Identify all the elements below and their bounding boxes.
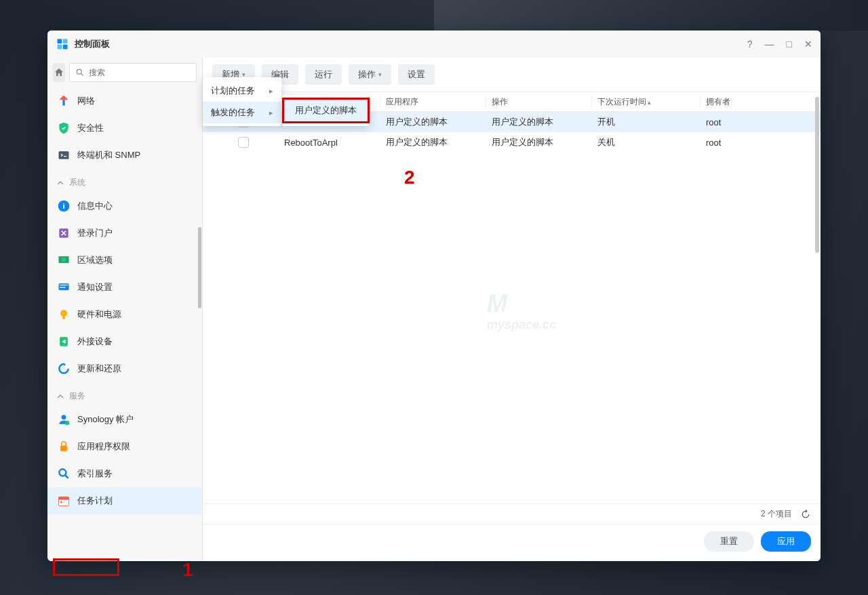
calendar-icon — [57, 494, 71, 508]
sidebar-item-hardware[interactable]: 硬件和电源 — [47, 301, 202, 328]
scrollbar[interactable] — [815, 97, 819, 253]
dropdown-item-scheduled-task[interactable]: 计划的任务 ▸ — [203, 80, 281, 102]
sidebar-item-synology-account[interactable]: Synology 帐户 — [47, 406, 202, 433]
new-dropdown: 计划的任务 ▸ 触发的任务 ▸ — [203, 77, 281, 126]
watermark: Mmyspace.cc — [487, 289, 556, 332]
close-button[interactable]: ✕ — [804, 39, 812, 49]
refresh-icon — [57, 362, 71, 375]
cell-next-run: 关机 — [592, 136, 701, 148]
settings-button[interactable]: 设置 — [398, 64, 435, 85]
column-next-run[interactable]: 下次运行时间▴ — [592, 96, 701, 108]
sidebar-section-services[interactable]: 服务 — [47, 382, 202, 406]
account-icon — [57, 413, 71, 426]
chevron-up-icon — [57, 180, 64, 186]
external-icon — [57, 335, 71, 348]
cell-task-name: RebootToArpl — [279, 138, 380, 148]
status-bar: 2 个项目 — [203, 504, 821, 525]
svg-rect-1 — [63, 39, 68, 44]
home-button[interactable] — [53, 63, 65, 82]
sidebar-item-notification[interactable]: 通知设置 — [47, 274, 202, 301]
search-input[interactable] — [89, 68, 191, 77]
svg-point-14 — [60, 310, 67, 316]
refresh-icon[interactable] — [800, 509, 811, 520]
caret-down-icon: ▾ — [378, 71, 382, 78]
sidebar-item-infocenter[interactable]: i 信息中心 — [47, 192, 202, 220]
sidebar-label: 登录门户 — [77, 227, 113, 239]
table-row[interactable]: RebootToArpl 用户定义的脚本 用户定义的脚本 关机 root — [203, 132, 821, 152]
toolbar: 新增▾ 编辑 运行 操作▾ 设置 计划的任务 ▸ 触发的任务 ▸ 用户定义的 — [203, 58, 821, 91]
svg-rect-0 — [58, 39, 62, 44]
svg-point-20 — [59, 469, 66, 476]
lock-icon — [57, 440, 71, 453]
sidebar-item-app-privileges[interactable]: 应用程序权限 — [47, 433, 202, 460]
svg-rect-23 — [59, 497, 69, 499]
sidebar-label: Synology 帐户 — [77, 413, 134, 426]
sidebar-item-task-scheduler[interactable]: 任务计划 — [47, 487, 202, 514]
task-table: 任务名称 应用程序 操作 下次运行时间▴ 拥有者 用户定义的脚本 用户定义的脚本… — [203, 91, 821, 504]
svg-point-12 — [62, 258, 66, 262]
dropdown-item-triggered-task[interactable]: 触发的任务 ▸ — [203, 102, 281, 123]
svg-point-17 — [62, 415, 66, 419]
svg-rect-24 — [60, 501, 62, 504]
sidebar-label: 信息中心 — [77, 200, 113, 212]
column-operation[interactable]: 操作 — [486, 96, 592, 108]
scrollbar-thumb[interactable] — [198, 227, 201, 308]
info-icon: i — [57, 199, 71, 213]
sidebar-label: 终端机和 SNMP — [77, 149, 140, 161]
column-owner[interactable]: 拥有者 — [701, 96, 821, 108]
run-button[interactable]: 运行 — [305, 64, 342, 85]
cell-owner: root — [701, 138, 821, 148]
cell-application: 用户定义的脚本 — [380, 136, 486, 148]
help-button[interactable]: ? — [747, 39, 753, 49]
item-count: 2 个项目 — [761, 508, 792, 520]
terminal-icon — [57, 148, 71, 162]
dropdown-label: 触发的任务 — [211, 106, 255, 119]
annotation-number-1: 1 — [182, 559, 193, 581]
reset-button[interactable]: 重置 — [704, 531, 754, 552]
apply-button[interactable]: 应用 — [761, 531, 811, 552]
chevron-up-icon — [57, 393, 64, 400]
sidebar-item-indexing[interactable]: 索引服务 — [47, 460, 202, 487]
app-icon — [56, 37, 69, 51]
shield-icon — [57, 121, 71, 135]
submenu-item-user-defined-script[interactable]: 用户定义的脚本 — [282, 98, 370, 123]
row-checkbox[interactable] — [238, 137, 249, 148]
svg-point-18 — [65, 421, 70, 426]
maximize-button[interactable]: □ — [787, 39, 792, 49]
minimize-button[interactable]: — — [765, 39, 774, 49]
svg-rect-13 — [59, 283, 69, 290]
cell-application: 用户定义的脚本 — [380, 116, 486, 128]
svg-point-4 — [77, 69, 81, 74]
sidebar-item-update[interactable]: 更新和还原 — [47, 355, 202, 382]
annotation-number-2: 2 — [404, 167, 415, 188]
sidebar-item-security[interactable]: 安全性 — [47, 115, 202, 142]
sidebar-item-regional[interactable]: 区域选项 — [47, 247, 202, 274]
sidebar-label: 硬件和电源 — [77, 308, 121, 321]
submenu: 用户定义的脚本 — [282, 95, 370, 126]
column-application[interactable]: 应用程序 — [380, 96, 486, 108]
sidebar-item-login-portal[interactable]: 登录门户 — [47, 220, 202, 247]
chevron-right-icon: ▸ — [269, 87, 273, 96]
svg-rect-7 — [59, 151, 69, 159]
search-field[interactable] — [69, 63, 197, 82]
svg-text:i: i — [62, 201, 64, 210]
section-title: 系统 — [69, 177, 85, 188]
sidebar-item-external[interactable]: 外接设备 — [47, 328, 202, 355]
control-panel-window: 控制面板 ? — □ ✕ 网络 — [47, 30, 821, 561]
globe-icon — [57, 253, 71, 267]
sidebar-item-terminal[interactable]: 终端机和 SNMP — [47, 142, 202, 169]
svg-rect-6 — [62, 100, 64, 105]
sidebar-item-network[interactable]: 网络 — [47, 87, 202, 115]
sidebar: 网络 安全性 终端机和 SNMP 系统 i 信息中心 — [47, 58, 203, 561]
action-button[interactable]: 操作▾ — [349, 64, 391, 85]
cell-operation: 用户定义的脚本 — [486, 116, 592, 128]
sidebar-label: 网络 — [77, 95, 95, 107]
sidebar-section-system[interactable]: 系统 — [47, 169, 202, 192]
cell-operation: 用户定义的脚本 — [486, 136, 592, 148]
dropdown-label: 计划的任务 — [211, 85, 255, 97]
message-icon — [57, 281, 71, 294]
sidebar-label: 任务计划 — [77, 495, 113, 507]
search-icon — [75, 68, 85, 77]
sidebar-label: 安全性 — [77, 122, 104, 134]
network-icon — [57, 94, 71, 108]
